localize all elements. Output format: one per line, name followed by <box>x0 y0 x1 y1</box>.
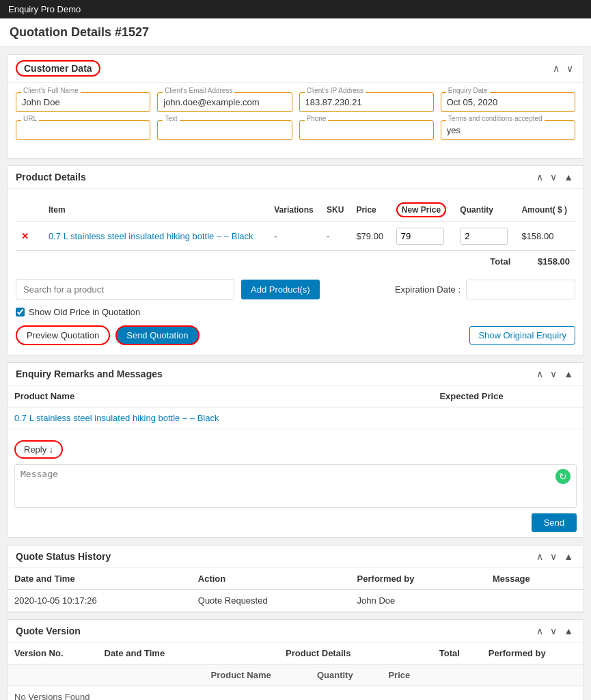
full-name-input[interactable] <box>16 92 150 112</box>
left-buttons: Preview Quotation Send Quotation <box>16 325 200 345</box>
enquiry-remarks-controls: ∧ ∨ ▲ <box>534 368 575 379</box>
col-performed-by: Performed by <box>482 643 583 664</box>
page-title: Quotation Details #1527 <box>10 25 149 40</box>
col-item: Item <box>43 198 269 222</box>
no-versions-row: No Versions Found <box>8 686 583 701</box>
message-area-wrap: ↻ <box>14 464 577 508</box>
enquiry-remarks-body: Product Name Expected Price 0.7 L stainl… <box>8 386 583 537</box>
product-details-body: Item Variations SKU Price New Price Quan… <box>8 189 583 355</box>
expand-icon[interactable]: ▲ <box>562 172 575 183</box>
send-message-button[interactable]: Send <box>532 513 577 532</box>
send-quotation-button[interactable]: Send Quotation <box>115 325 199 345</box>
quote-version-header: Quote Version ∧ ∨ ▲ <box>8 620 583 643</box>
add-product-button[interactable]: Add Product(s) <box>241 280 320 299</box>
sub-col-empty-1 <box>8 664 98 686</box>
expand-icon[interactable]: ▲ <box>562 368 575 379</box>
delete-cell: ✕ <box>16 222 43 251</box>
new-price-input[interactable] <box>396 228 444 245</box>
col-date-time: Date and Time <box>98 643 204 664</box>
col-message: Message <box>486 568 583 590</box>
show-old-price-label: Show Old Price in Quotation <box>29 307 140 317</box>
terms-input[interactable] <box>441 120 575 140</box>
col-sku: SKU <box>321 198 351 222</box>
col-total: Total <box>432 643 482 664</box>
quote-version-controls: ∧ ∨ ▲ <box>534 625 575 636</box>
expiration-date-input[interactable] <box>466 280 575 299</box>
show-old-price-checkbox[interactable] <box>16 308 25 317</box>
col-expected-price: Expected Price <box>432 386 583 407</box>
new-price-header: New Price <box>396 202 446 217</box>
version-table: Version No. Date and Time Product Detail… <box>8 643 583 700</box>
text-field: Text <box>157 120 292 140</box>
terms-field: Terms and conditions accepted <box>441 120 575 140</box>
email-input[interactable] <box>157 92 292 112</box>
search-product-input[interactable] <box>16 279 234 300</box>
ip-input[interactable] <box>299 92 434 112</box>
show-original-enquiry-button[interactable]: Show Original Enquiry <box>469 326 575 345</box>
collapse-up-icon[interactable]: ∧ <box>551 63 562 74</box>
show-old-price-row: Show Old Price in Quotation <box>16 307 575 317</box>
collapse-up-icon[interactable]: ∧ <box>534 551 545 562</box>
full-name-field: Client's Full Name <box>16 92 150 112</box>
collapse-down-icon[interactable]: ∨ <box>548 625 559 636</box>
app-title: Enquiry Pro Demo <box>8 4 81 14</box>
product-details-controls: ∧ ∨ ▲ <box>534 172 575 183</box>
quote-status-header: Quote Status History ∧ ∨ ▲ <box>8 546 583 568</box>
page-title-bar: Quotation Details #1527 <box>0 18 591 47</box>
product-link[interactable]: 0.7 L stainless steel insulated hiking b… <box>49 231 253 241</box>
expand-icon[interactable]: ▲ <box>562 625 575 636</box>
sub-col-quantity: Quantity <box>310 664 381 686</box>
col-new-price: New Price <box>391 198 455 222</box>
search-expiration-row: Add Product(s) Expiration Date : <box>16 279 575 300</box>
collapse-up-icon[interactable]: ∧ <box>534 368 545 379</box>
url-field: URL <box>16 120 150 140</box>
col-amount: Amount( $ ) <box>516 198 575 222</box>
enquiry-date-input[interactable] <box>441 92 575 112</box>
quote-status-controls: ∧ ∨ ▲ <box>534 551 575 562</box>
quote-status-title: Quote Status History <box>16 551 111 562</box>
collapse-down-icon[interactable]: ∨ <box>548 172 559 183</box>
phone-input[interactable] <box>299 120 434 140</box>
refresh-icon[interactable]: ↻ <box>555 469 571 484</box>
quote-version-body: Version No. Date and Time Product Detail… <box>8 643 583 700</box>
delete-icon[interactable]: ✕ <box>21 231 29 241</box>
customer-data-header: Customer Data ∧ ∨ <box>8 55 583 83</box>
col-product-details: Product Details <box>204 643 432 664</box>
col-performed-by: Performed by <box>351 568 486 590</box>
top-bar: Enquiry Pro Demo <box>0 0 591 18</box>
expiration-row: Expiration Date : <box>395 280 575 299</box>
url-input[interactable] <box>16 120 150 140</box>
preview-quotation-button[interactable]: Preview Quotation <box>16 325 110 345</box>
enquiry-remarks-header: Enquiry Remarks and Messages ∧ ∨ ▲ <box>8 363 583 386</box>
collapse-down-icon[interactable]: ∨ <box>564 63 575 74</box>
quote-version-section: Quote Version ∧ ∨ ▲ Version No. Date and… <box>7 619 584 700</box>
remarks-product-link[interactable]: 0.7 L stainless steel insulated hiking b… <box>14 413 219 423</box>
ip-label: Client's IP Address <box>305 87 366 94</box>
collapse-up-icon[interactable]: ∧ <box>534 172 545 183</box>
total-label: Total <box>454 251 516 273</box>
col-version-no: Version No. <box>8 643 98 664</box>
reply-button[interactable]: Reply ↓ <box>14 440 63 459</box>
collapse-down-icon[interactable]: ∨ <box>548 551 559 562</box>
expand-icon[interactable]: ▲ <box>562 551 575 562</box>
reply-area: Reply ↓ ↻ Send <box>8 429 583 537</box>
sub-col-empty-4 <box>482 664 583 686</box>
col-action: Action <box>191 568 351 590</box>
quantity-input[interactable] <box>460 228 508 245</box>
variations-cell: - <box>269 222 321 251</box>
message-textarea[interactable] <box>20 469 555 503</box>
send-row: Send <box>14 513 577 532</box>
history-table: Date and Time Action Performed by Messag… <box>8 568 583 612</box>
email-field: Client's Email Address <box>157 92 292 112</box>
remarks-product-name: 0.7 L stainless steel insulated hiking b… <box>8 407 432 429</box>
total-value: $158.00 <box>516 251 575 273</box>
collapse-down-icon[interactable]: ∨ <box>548 368 559 379</box>
collapse-up-icon[interactable]: ∧ <box>534 625 545 636</box>
quote-status-section: Quote Status History ∧ ∨ ▲ Date and Time… <box>7 545 584 612</box>
product-row: ✕ 0.7 L stainless steel insulated hiking… <box>16 222 575 251</box>
expiration-label: Expiration Date : <box>395 284 461 295</box>
total-spacer <box>16 251 454 273</box>
remarks-row: 0.7 L stainless steel insulated hiking b… <box>8 407 583 429</box>
customer-data-title: Customer Data <box>16 60 100 77</box>
text-input[interactable] <box>157 120 292 140</box>
